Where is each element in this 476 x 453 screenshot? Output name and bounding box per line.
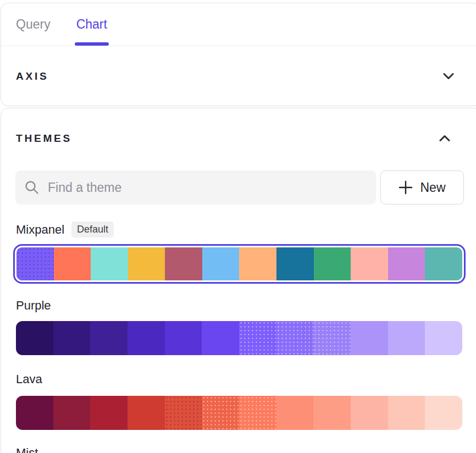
palette-swatch: [128, 321, 165, 355]
palette-swatch: [425, 321, 462, 355]
palette-swatch: [202, 321, 239, 355]
theme-palette-lava[interactable]: [16, 396, 462, 430]
palette-swatch: [16, 396, 53, 430]
tab-bar: Query Chart: [1, 3, 476, 46]
palette-swatch: [128, 396, 165, 430]
tab-chart-label: Chart: [76, 17, 107, 31]
palette-swatch: [91, 247, 128, 280]
chevron-down-icon[interactable]: [443, 73, 454, 80]
search-icon: [24, 180, 40, 195]
new-theme-button-label: New: [420, 180, 445, 195]
palette-swatch: [53, 321, 91, 355]
palette-swatch: [90, 396, 128, 430]
axis-section-header[interactable]: AXIS: [1, 46, 476, 106]
palette-swatch: [313, 396, 351, 430]
themes-section-card: THEMES New Mixpanel Default Purple: [1, 108, 476, 453]
palette-swatch: [388, 396, 425, 430]
palette-swatch: [16, 321, 53, 355]
theme-search-box: [15, 170, 376, 205]
palette-swatch: [314, 247, 351, 280]
palette-swatch: [90, 321, 128, 355]
chart-settings-card: Query Chart AXIS: [1, 3, 476, 106]
default-badge: Default: [71, 222, 114, 237]
palette-swatch: [202, 247, 240, 280]
palette-swatch: [239, 247, 276, 280]
palette-swatch-row: [16, 247, 462, 280]
palette-swatch: [351, 321, 388, 355]
palette-swatch: [165, 396, 202, 430]
palette-swatch: [53, 396, 91, 430]
palette-swatch: [276, 396, 314, 430]
theme-name-mixpanel: Mixpanel: [16, 223, 64, 237]
palette-swatch: [276, 321, 314, 355]
theme-label-row: Mixpanel Default: [16, 222, 114, 237]
palette-swatch: [128, 247, 165, 280]
palette-swatch: [388, 321, 425, 355]
palette-swatch: [239, 396, 276, 430]
palette-swatch: [313, 321, 351, 355]
tab-chart[interactable]: Chart: [76, 17, 107, 32]
theme-name-mist: Mist: [16, 446, 38, 453]
theme-name-lava: Lava: [16, 372, 42, 386]
theme-name-purple: Purple: [16, 299, 51, 313]
themes-section-title: THEMES: [16, 132, 72, 145]
palette-swatch: [351, 396, 388, 430]
palette-swatch: [276, 247, 314, 280]
palette-swatch: [239, 321, 276, 355]
plus-icon: [398, 180, 413, 195]
palette-swatch: [351, 247, 388, 280]
chevron-up-icon[interactable]: [439, 135, 450, 142]
palette-swatch: [425, 396, 462, 430]
palette-swatch: [16, 247, 54, 280]
active-tab-underline: [75, 42, 109, 46]
theme-palette-purple[interactable]: [16, 321, 462, 355]
theme-search-input[interactable]: [47, 180, 367, 196]
new-theme-button[interactable]: New: [380, 170, 464, 205]
tab-query[interactable]: Query: [16, 17, 51, 32]
theme-palette-mixpanel-selected[interactable]: [13, 244, 466, 284]
palette-swatch: [165, 247, 202, 280]
palette-swatch: [388, 247, 425, 280]
palette-swatch: [54, 247, 91, 280]
palette-swatch: [425, 247, 462, 280]
axis-section-title: AXIS: [16, 70, 49, 82]
palette-swatch: [165, 321, 202, 355]
palette-swatch: [202, 396, 239, 430]
